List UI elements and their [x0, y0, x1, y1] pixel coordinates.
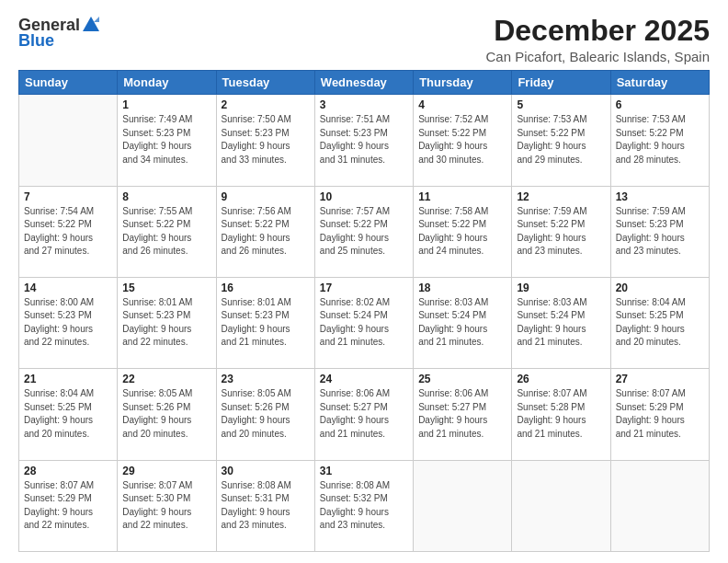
calendar-day-cell: 11Sunrise: 7:58 AM Sunset: 5:22 PM Dayli…: [414, 186, 512, 277]
calendar-day-cell: 16Sunrise: 8:01 AM Sunset: 5:23 PM Dayli…: [216, 277, 314, 368]
logo-blue: Blue: [18, 31, 54, 51]
day-number: 26: [517, 373, 605, 385]
day-number: 21: [24, 373, 112, 385]
day-info: Sunrise: 7:57 AM Sunset: 5:22 PM Dayligh…: [320, 205, 408, 259]
day-number: 1: [122, 98, 210, 111]
calendar-day-cell: 1Sunrise: 7:49 AM Sunset: 5:23 PM Daylig…: [118, 95, 216, 186]
calendar-day-header: Monday: [118, 71, 216, 95]
calendar-day-cell: 23Sunrise: 8:05 AM Sunset: 5:26 PM Dayli…: [216, 369, 314, 460]
day-number: 29: [122, 465, 210, 477]
day-number: 8: [122, 190, 210, 203]
calendar-day-cell: 2Sunrise: 7:50 AM Sunset: 5:23 PM Daylig…: [216, 95, 314, 186]
day-info: Sunrise: 8:06 AM Sunset: 5:27 PM Dayligh…: [320, 387, 408, 441]
calendar-day-cell: 21Sunrise: 8:04 AM Sunset: 5:25 PM Dayli…: [19, 369, 118, 460]
calendar-day-header: Wednesday: [314, 71, 413, 95]
calendar-day-header: Saturday: [610, 71, 709, 95]
calendar-header-row: SundayMondayTuesdayWednesdayThursdayFrid…: [19, 71, 710, 95]
day-number: 12: [517, 190, 605, 203]
logo-icon: [81, 15, 101, 35]
calendar-day-cell: 5Sunrise: 7:53 AM Sunset: 5:22 PM Daylig…: [512, 95, 610, 186]
calendar-day-header: Thursday: [414, 71, 512, 95]
day-number: 13: [616, 190, 704, 203]
subtitle: Can Picafort, Balearic Islands, Spain: [486, 49, 710, 64]
day-info: Sunrise: 8:01 AM Sunset: 5:23 PM Dayligh…: [122, 296, 210, 350]
header: General Blue December 2025 Can Picafort,…: [18, 15, 710, 64]
day-number: 14: [24, 282, 112, 294]
calendar-day-cell: 8Sunrise: 7:55 AM Sunset: 5:22 PM Daylig…: [118, 186, 216, 277]
calendar-day-cell: 29Sunrise: 8:07 AM Sunset: 5:30 PM Dayli…: [118, 460, 216, 551]
day-number: 27: [616, 373, 704, 385]
calendar-day-cell: [610, 460, 709, 551]
calendar-table: SundayMondayTuesdayWednesdayThursdayFrid…: [18, 70, 710, 552]
calendar-day-cell: 7Sunrise: 7:54 AM Sunset: 5:22 PM Daylig…: [19, 186, 118, 277]
day-number: 11: [418, 190, 506, 203]
day-info: Sunrise: 7:55 AM Sunset: 5:22 PM Dayligh…: [122, 205, 210, 259]
day-info: Sunrise: 7:58 AM Sunset: 5:22 PM Dayligh…: [418, 205, 506, 259]
calendar-day-cell: 31Sunrise: 8:08 AM Sunset: 5:32 PM Dayli…: [314, 460, 413, 551]
day-info: Sunrise: 8:07 AM Sunset: 5:29 PM Dayligh…: [616, 387, 704, 441]
day-info: Sunrise: 7:53 AM Sunset: 5:22 PM Dayligh…: [616, 113, 704, 167]
calendar-day-cell: 18Sunrise: 8:03 AM Sunset: 5:24 PM Dayli…: [414, 277, 512, 368]
day-number: 5: [517, 98, 605, 111]
day-number: 3: [320, 98, 408, 111]
day-number: 28: [24, 465, 112, 477]
main-title: December 2025: [486, 15, 710, 47]
calendar-day-cell: 30Sunrise: 8:08 AM Sunset: 5:31 PM Dayli…: [216, 460, 314, 551]
calendar-day-cell: [414, 460, 512, 551]
day-info: Sunrise: 7:51 AM Sunset: 5:23 PM Dayligh…: [320, 113, 408, 167]
calendar-day-cell: 19Sunrise: 8:03 AM Sunset: 5:24 PM Dayli…: [512, 277, 610, 368]
calendar-day-header: Friday: [512, 71, 610, 95]
day-info: Sunrise: 8:02 AM Sunset: 5:24 PM Dayligh…: [320, 296, 408, 350]
day-info: Sunrise: 8:04 AM Sunset: 5:25 PM Dayligh…: [616, 296, 704, 350]
day-info: Sunrise: 8:07 AM Sunset: 5:28 PM Dayligh…: [517, 387, 605, 441]
calendar-day-cell: 10Sunrise: 7:57 AM Sunset: 5:22 PM Dayli…: [314, 186, 413, 277]
calendar-day-cell: 26Sunrise: 8:07 AM Sunset: 5:28 PM Dayli…: [512, 369, 610, 460]
day-info: Sunrise: 8:08 AM Sunset: 5:32 PM Dayligh…: [320, 479, 408, 533]
day-number: 30: [222, 465, 310, 477]
day-info: Sunrise: 7:56 AM Sunset: 5:22 PM Dayligh…: [222, 205, 310, 259]
calendar-day-cell: 17Sunrise: 8:02 AM Sunset: 5:24 PM Dayli…: [314, 277, 413, 368]
day-info: Sunrise: 7:59 AM Sunset: 5:23 PM Dayligh…: [616, 205, 704, 259]
page: General Blue December 2025 Can Picafort,…: [0, 0, 728, 563]
calendar-day-cell: 4Sunrise: 7:52 AM Sunset: 5:22 PM Daylig…: [414, 95, 512, 186]
day-number: 6: [616, 98, 704, 111]
day-number: 16: [222, 282, 310, 294]
day-info: Sunrise: 7:52 AM Sunset: 5:22 PM Dayligh…: [418, 113, 506, 167]
calendar-day-cell: 27Sunrise: 8:07 AM Sunset: 5:29 PM Dayli…: [610, 369, 709, 460]
day-info: Sunrise: 8:07 AM Sunset: 5:30 PM Dayligh…: [122, 479, 210, 533]
title-section: December 2025 Can Picafort, Balearic Isl…: [486, 15, 710, 64]
day-number: 22: [122, 373, 210, 385]
calendar-day-cell: [512, 460, 610, 551]
svg-marker-0: [83, 17, 99, 31]
day-number: 9: [222, 190, 310, 203]
calendar-day-cell: 25Sunrise: 8:06 AM Sunset: 5:27 PM Dayli…: [414, 369, 512, 460]
day-number: 23: [222, 373, 310, 385]
day-info: Sunrise: 8:08 AM Sunset: 5:31 PM Dayligh…: [222, 479, 310, 533]
day-info: Sunrise: 8:05 AM Sunset: 5:26 PM Dayligh…: [122, 387, 210, 441]
day-number: 24: [320, 373, 408, 385]
calendar-day-cell: 3Sunrise: 7:51 AM Sunset: 5:23 PM Daylig…: [314, 95, 413, 186]
day-info: Sunrise: 7:49 AM Sunset: 5:23 PM Dayligh…: [122, 113, 210, 167]
day-info: Sunrise: 8:07 AM Sunset: 5:29 PM Dayligh…: [24, 479, 112, 533]
day-number: 31: [320, 465, 408, 477]
day-info: Sunrise: 8:06 AM Sunset: 5:27 PM Dayligh…: [418, 387, 506, 441]
day-number: 25: [418, 373, 506, 385]
day-number: 15: [122, 282, 210, 294]
calendar-week-row: 1Sunrise: 7:49 AM Sunset: 5:23 PM Daylig…: [19, 95, 710, 186]
day-info: Sunrise: 7:50 AM Sunset: 5:23 PM Dayligh…: [222, 113, 310, 167]
calendar-day-header: Sunday: [19, 71, 118, 95]
calendar-day-cell: 13Sunrise: 7:59 AM Sunset: 5:23 PM Dayli…: [610, 186, 709, 277]
calendar-day-cell: 12Sunrise: 7:59 AM Sunset: 5:22 PM Dayli…: [512, 186, 610, 277]
calendar-day-cell: 15Sunrise: 8:01 AM Sunset: 5:23 PM Dayli…: [118, 277, 216, 368]
calendar-week-row: 21Sunrise: 8:04 AM Sunset: 5:25 PM Dayli…: [19, 369, 710, 460]
calendar-day-cell: 14Sunrise: 8:00 AM Sunset: 5:23 PM Dayli…: [19, 277, 118, 368]
day-number: 20: [616, 282, 704, 294]
day-number: 7: [24, 190, 112, 203]
logo: General Blue: [18, 15, 102, 51]
calendar-day-cell: 6Sunrise: 7:53 AM Sunset: 5:22 PM Daylig…: [610, 95, 709, 186]
calendar-week-row: 28Sunrise: 8:07 AM Sunset: 5:29 PM Dayli…: [19, 460, 710, 551]
calendar-day-cell: [19, 95, 118, 186]
calendar-day-cell: 24Sunrise: 8:06 AM Sunset: 5:27 PM Dayli…: [314, 369, 413, 460]
day-info: Sunrise: 7:59 AM Sunset: 5:22 PM Dayligh…: [517, 205, 605, 259]
day-number: 17: [320, 282, 408, 294]
